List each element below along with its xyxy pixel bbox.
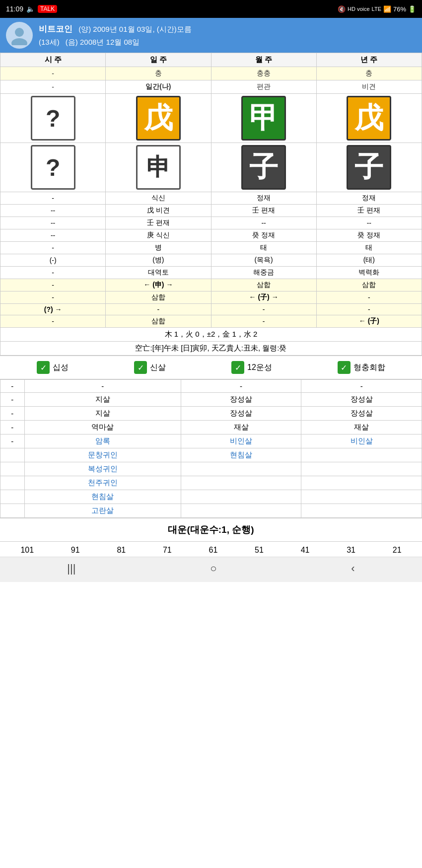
gong-cell: 空亡:[年]午未 [日]寅卯, 天乙貴人:丑未, 월령:癸 <box>0 342 422 356</box>
naeum-row: - 대역토 해중금 벽력화 <box>0 267 422 279</box>
sr0-wolju: - <box>181 380 301 393</box>
d2-wolju: -- <box>211 217 316 229</box>
d3-nyeonju: 癸 정재 <box>316 229 422 242</box>
svg-point-0 <box>15 28 24 37</box>
col-siju: 시 주 <box>0 53 106 67</box>
dizhi-ilju-box: 申 <box>136 145 181 190</box>
daeun-31: 31 <box>347 546 355 555</box>
sr8-nyeonju <box>301 490 422 504</box>
cb-hyung-box[interactable]: ✓ <box>338 361 351 374</box>
detail2-row: -- 壬 편재 -- -- <box>0 217 422 229</box>
hl4-siju: - <box>0 315 106 328</box>
cb-twelve-box[interactable]: ✓ <box>231 361 244 374</box>
chung-wolju: 충충 <box>211 67 316 80</box>
d2-siju: -- <box>0 217 106 229</box>
hl1-nyeonju: 삼합 <box>316 279 422 291</box>
tiangan-siju-box: ? <box>31 96 75 141</box>
sr4-ilju: 암록 <box>24 434 181 448</box>
byung-siju: - <box>0 242 106 254</box>
tiangan-row: ? 戊 甲 戊 <box>0 94 422 143</box>
cb-hyung[interactable]: ✓ 형충회합 <box>338 361 385 374</box>
sinsal-row-1: - 지살 장성살 장성살 <box>0 393 422 407</box>
sr5-nyeonju <box>301 448 422 462</box>
sr8-ilju: 현침살 <box>24 490 181 504</box>
sinsal-table: - - - - - 지살 장성살 장성살 - 지살 장성살 장성살 - 역마살 … <box>0 379 422 518</box>
daeun-numbers: 101 91 81 71 61 51 41 31 21 <box>0 541 422 557</box>
cb-twelve[interactable]: ✓ 12운성 <box>231 361 272 374</box>
cb-sipsung[interactable]: ✓ 십성 <box>37 361 69 374</box>
sr7-ilju: 천주귀인 <box>24 476 181 490</box>
sinsal-row-9: 고란살 <box>0 504 422 518</box>
chung-nyeonju: 충 <box>316 67 422 80</box>
bsub-wolju: (목욕) <box>211 254 316 267</box>
nav-menu[interactable]: ||| <box>67 562 75 575</box>
ship2-ilju: 식신 <box>106 192 211 205</box>
d1-ilju: 戊 비견 <box>106 205 211 217</box>
sr3-wolju: 재살 <box>181 421 301 434</box>
ship-ilju: 일간(나) <box>106 80 211 94</box>
sr6-ilju: 복성귀인 <box>24 462 181 476</box>
hd-label: HD voice <box>348 6 370 12</box>
nav-back[interactable]: ‹ <box>351 562 354 575</box>
tiangan-ilju-box: 戊 <box>136 96 181 141</box>
gong-row: 空亡:[年]午未 [日]寅卯, 天乙貴人:丑未, 월령:癸 <box>0 342 422 356</box>
cb-sinsal-box[interactable]: ✓ <box>134 361 147 374</box>
col-header-row: 시 주 일 주 월 주 년 주 <box>0 53 422 67</box>
sr0-nyeonju: - <box>301 380 422 393</box>
status-bar: 11:09 🔈 TALK 🔇 HD voice LTE 📶 76% 🔋 <box>0 0 422 18</box>
sr4-nyeonju: 비인살 <box>301 434 422 448</box>
sinsal-row-8: 현침살 <box>0 490 422 504</box>
hl2-wolju: ← (子) → <box>211 291 316 304</box>
d2-nyeonju: -- <box>316 217 422 229</box>
ship-siju: - <box>0 80 106 94</box>
signal-icon: 📶 <box>383 5 391 13</box>
person-age: (13세) <box>39 38 60 46</box>
ship-nyeonju: 비견 <box>316 80 422 94</box>
sinsal-row-3: - 역마살 재살 재살 <box>0 421 422 434</box>
sinsal-row-6: 복성귀인 <box>0 462 422 476</box>
naeum-ilju: 대역토 <box>106 267 211 279</box>
byung-row: - 병 태 태 <box>0 242 422 254</box>
dizhi-siju-box: ? <box>31 145 75 190</box>
daeun-title: 대운(대운수:1, 순행) <box>168 524 254 535</box>
byung-ilju: 병 <box>106 242 211 254</box>
naeum-wolju: 해중금 <box>211 267 316 279</box>
tiangan-nyeonju-box: 戊 <box>347 96 391 141</box>
mute-icon: 🔇 <box>338 5 346 13</box>
cb-sipsung-box[interactable]: ✓ <box>37 361 50 374</box>
hl2-siju: - <box>0 291 106 304</box>
sr1-wolju: 장성살 <box>181 393 301 407</box>
sr2-nyeonju: 장성살 <box>301 407 422 421</box>
sr1-ilju: 지살 <box>24 393 181 407</box>
avatar <box>6 22 33 49</box>
sr6-siju <box>0 462 25 476</box>
five-elem-row: 木 1，火 0，±2，金 1，水 2 <box>0 328 422 342</box>
tiangan-siju: ? <box>0 94 106 143</box>
daeun-61: 61 <box>209 546 218 555</box>
col-ilju: 일 주 <box>106 53 211 67</box>
sr1-siju: - <box>0 393 25 407</box>
battery-label: 76% <box>393 5 406 13</box>
sr9-siju <box>0 504 25 518</box>
sr3-nyeonju: 재살 <box>301 421 422 434</box>
svg-point-1 <box>11 38 27 45</box>
sinsal-row-2: - 지살 장성살 장성살 <box>0 407 422 421</box>
byung-sub-row: (-) (병) (목욕) (태) <box>0 254 422 267</box>
sr9-wolju <box>181 504 301 518</box>
hl4-wolju: - <box>211 315 316 328</box>
sr6-wolju <box>181 462 301 476</box>
nav-home[interactable]: ○ <box>210 562 216 575</box>
daeun-71: 71 <box>163 546 172 555</box>
cb-twelve-label: 12운성 <box>247 362 272 373</box>
sinsal-row-0: - - - - <box>0 380 422 393</box>
yang-date: (양) 2009년 01월 03일, (시간)모름 <box>78 25 192 33</box>
naeum-nyeonju: 벽력화 <box>316 267 422 279</box>
bsub-nyeonju: (태) <box>316 254 422 267</box>
sr2-ilju: 지살 <box>24 407 181 421</box>
hl4-ilju: 삼합 <box>106 315 211 328</box>
sr7-siju <box>0 476 25 490</box>
ship2-nyeonju: 정재 <box>316 192 422 205</box>
d2-ilju: 壬 편재 <box>106 217 211 229</box>
sinsal-row-5: 문창귀인 현침살 <box>0 448 422 462</box>
cb-sinsal[interactable]: ✓ 신살 <box>134 361 166 374</box>
